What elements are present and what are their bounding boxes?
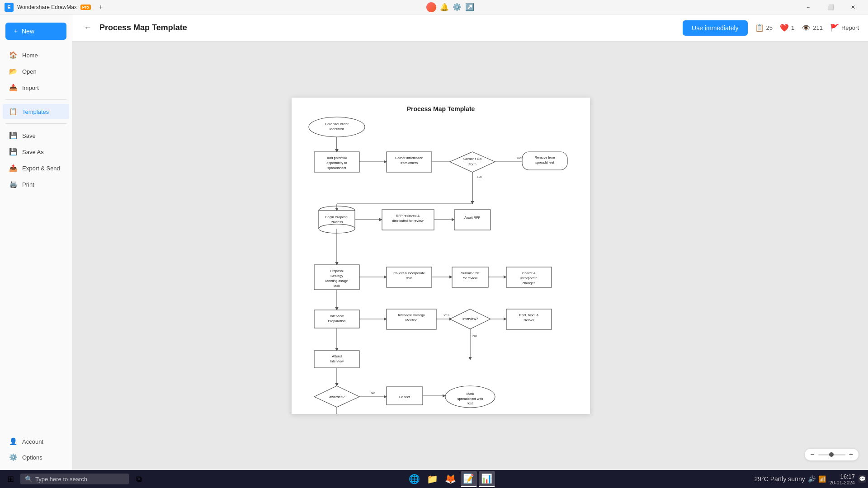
svg-text:Collect & incorporate: Collect & incorporate — [393, 271, 425, 275]
sidebar-item-import[interactable]: 📥 Import — [3, 80, 69, 95]
sidebar-divider-2 — [5, 123, 66, 124]
save-as-icon: 💾 — [9, 148, 18, 156]
taskbar-app-word[interactable]: 📝 — [461, 471, 477, 487]
maximize-button[interactable]: ⬜ — [821, 0, 841, 14]
back-button[interactable]: ← — [81, 22, 94, 34]
sidebar-item-home[interactable]: 🏠 Home — [3, 47, 69, 63]
title-bar-icons: 🔔 ⚙️ ↗️ — [426, 2, 474, 12]
svg-text:identified: identified — [330, 127, 344, 131]
print-icon: 🖨️ — [9, 180, 18, 188]
sidebar-item-open[interactable]: 📂 Open — [3, 64, 69, 79]
export-icon: 📤 — [9, 164, 18, 172]
bell-icon[interactable]: 🔔 — [440, 3, 449, 11]
svg-text:Form: Form — [468, 162, 476, 166]
likes-icon: ❤️ — [780, 23, 789, 32]
sidebar-label-save: Save — [22, 132, 36, 139]
header-bar: ← Process Map Template Use immediately 📋… — [72, 14, 868, 42]
page-title: Process Map Template — [99, 23, 187, 33]
copies-stat[interactable]: 📋 25 — [755, 23, 773, 32]
app-name: Wondershare EdrawMax — [17, 4, 77, 10]
zoom-slider[interactable] — [818, 454, 845, 455]
settings-icon[interactable]: ⚙️ — [453, 3, 462, 11]
likes-stat[interactable]: ❤️ 1 — [780, 23, 794, 32]
report-button[interactable]: 🚩 Report — [830, 23, 859, 32]
svg-text:Interview?: Interview? — [462, 317, 478, 321]
svg-text:Deliver: Deliver — [524, 318, 534, 322]
taskbar-app-cortana[interactable]: 🦊 — [443, 471, 459, 487]
open-icon: 📂 — [9, 67, 18, 75]
svg-text:No: No — [472, 334, 477, 338]
zoom-out-button[interactable]: − — [810, 450, 814, 459]
svg-text:Process: Process — [330, 220, 343, 224]
sidebar-item-options[interactable]: ⚙️ Options — [3, 450, 69, 465]
sidebar-label-home: Home — [22, 52, 38, 59]
share-icon[interactable]: ↗️ — [465, 3, 474, 11]
taskbar-apps: 🌐 📁 🦊 📝 📊 — [406, 471, 495, 487]
svg-text:Mark: Mark — [467, 392, 474, 396]
svg-text:task: task — [334, 284, 340, 288]
app-icon: E — [5, 3, 14, 12]
svg-text:data: data — [406, 276, 413, 280]
start-button[interactable]: ⊞ — [2, 471, 19, 487]
volume-icon[interactable]: 🔊 — [808, 475, 816, 483]
header-left: ← Process Map Template — [81, 22, 187, 34]
svg-text:spreadsheet: spreadsheet — [327, 166, 346, 170]
notification-center[interactable]: 💬 — [859, 475, 866, 483]
svg-text:Interview strategy: Interview strategy — [398, 313, 425, 317]
title-bar-left: E Wondershare EdrawMax Pro + — [5, 1, 107, 14]
sidebar-item-account[interactable]: 👤 Account — [3, 434, 69, 449]
svg-text:Potential client: Potential client — [325, 122, 349, 126]
sidebar-item-print[interactable]: 🖨️ Print — [3, 177, 69, 192]
svg-text:Interview: Interview — [330, 359, 344, 363]
sidebar-label-save-as: Save As — [22, 149, 44, 155]
svg-text:Add potential: Add potential — [327, 156, 347, 160]
svg-text:Begin Proposal: Begin Proposal — [326, 215, 349, 219]
sidebar-item-export[interactable]: 📤 Export & Send — [3, 160, 69, 176]
save-icon: 💾 — [9, 131, 18, 140]
sidebar-item-save[interactable]: 💾 Save — [3, 128, 69, 143]
svg-text:lost: lost — [467, 401, 473, 405]
likes-count: 1 — [791, 24, 794, 31]
svg-text:Print, bind, &: Print, bind, & — [519, 313, 539, 317]
svg-text:spreadsheet with: spreadsheet with — [458, 397, 483, 401]
plus-icon: ＋ — [13, 27, 19, 35]
new-button[interactable]: ＋ New — [5, 23, 66, 40]
sidebar-label-account: Account — [22, 438, 43, 445]
network-icon[interactable]: 📶 — [818, 475, 826, 483]
svg-text:spreadsheet: spreadsheet — [535, 160, 554, 164]
svg-text:incorporate: incorporate — [520, 276, 538, 280]
svg-text:opportunity to: opportunity to — [326, 161, 347, 165]
new-tab-button[interactable]: + — [94, 1, 107, 14]
sidebar-label-import: Import — [22, 84, 39, 91]
taskbar-app-explorer[interactable]: 📁 — [425, 471, 441, 487]
svg-text:Submit draft: Submit draft — [461, 271, 480, 275]
svg-text:Interview: Interview — [330, 314, 344, 318]
use-immediately-button[interactable]: Use immediately — [683, 20, 747, 36]
svg-text:RFP recieved &: RFP recieved & — [396, 214, 420, 218]
svg-text:Process Map Template: Process Map Template — [407, 105, 475, 113]
sidebar-item-templates[interactable]: 📋 Templates — [3, 104, 69, 119]
sidebar-item-save-as[interactable]: 💾 Save As — [3, 144, 69, 160]
task-view-button[interactable]: ⧉ — [131, 471, 147, 487]
close-button[interactable]: ✕ — [843, 0, 863, 14]
sidebar: ＋ New 🏠 Home 📂 Open 📥 Import 📋 Templates… — [0, 14, 72, 470]
zoom-in-button[interactable]: + — [849, 450, 853, 459]
flag-icon: 🚩 — [830, 23, 839, 32]
svg-text:Meeting assign: Meeting assign — [326, 279, 348, 283]
taskbar-app-edraw[interactable]: 📊 — [479, 471, 495, 487]
user-avatar[interactable] — [426, 2, 436, 12]
new-button-label: New — [22, 28, 34, 35]
taskbar-search[interactable]: 🔍 Type here to search — [20, 474, 129, 484]
templates-icon: 📋 — [9, 108, 18, 116]
svg-text:Debrief: Debrief — [399, 395, 410, 399]
search-icon: 🔍 — [25, 475, 33, 483]
taskbar-left: ⊞ 🔍 Type here to search ⧉ — [2, 471, 147, 487]
svg-text:Remove from: Remove from — [534, 155, 555, 160]
taskbar: ⊞ 🔍 Type here to search ⧉ 🌐 📁 🦊 📝 📊 29°C… — [0, 470, 868, 488]
svg-text:Await RFP: Await RFP — [464, 216, 480, 220]
views-stat[interactable]: 👁️ 211 — [802, 23, 823, 32]
clock: 16:17 20-01-2024 — [830, 473, 855, 485]
minimize-button[interactable]: − — [798, 0, 818, 14]
taskbar-app-edge[interactable]: 🌐 — [406, 471, 423, 487]
title-bar: E Wondershare EdrawMax Pro + 🔔 ⚙️ ↗️ − ⬜… — [0, 0, 868, 14]
